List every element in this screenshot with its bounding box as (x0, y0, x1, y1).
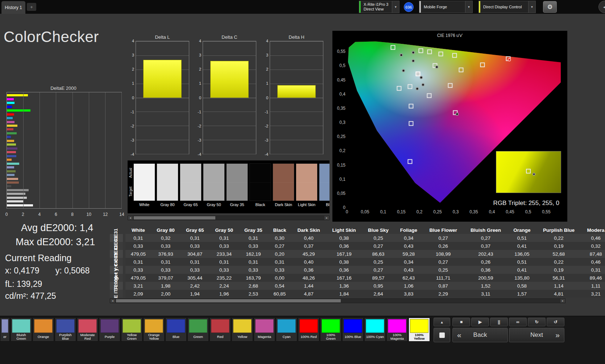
axis-tick-label: 0,05 (333, 191, 345, 196)
cell: 0,31 (581, 266, 605, 274)
patch-100-blue[interactable]: 100% Blue (342, 318, 364, 342)
scroll-left-icon[interactable]: ◄ (110, 299, 115, 303)
cie-target-marker (391, 45, 395, 50)
scroll-up-button[interactable]: ▲ (434, 318, 450, 326)
add-tab-button[interactable]: + (27, 3, 36, 11)
patch-100-magenta[interactable]: 100% Magenta (386, 318, 408, 342)
refresh-button[interactable]: ↻ (528, 318, 546, 326)
cell: 0,34 (394, 258, 423, 266)
meter-line1: Mobile Forge (424, 5, 462, 9)
next-button[interactable]: Next » (509, 328, 564, 342)
chevron-down-icon[interactable]: ▼ (465, 1, 472, 13)
scrollbar-thumb[interactable] (134, 216, 215, 219)
cie-measured-marker (412, 59, 415, 63)
patch-label: 100% Red (299, 333, 318, 341)
patch-100-yellow[interactable]: 100% Yellow (409, 318, 430, 342)
patch-blue[interactable]: Blue (165, 318, 187, 342)
patch-100-cyan[interactable]: 100% Cyan (364, 318, 386, 342)
axis-tick-label: 0,25 (333, 134, 345, 139)
max-de2000: Max dE2000: 3,21 (16, 237, 95, 248)
axis-tick-label: 3 (262, 53, 268, 57)
cell: 0,25 (423, 266, 464, 274)
cell: 0,31 (268, 258, 291, 266)
stop-button[interactable]: ■ (452, 318, 470, 326)
cell: 0,33 (180, 266, 210, 274)
cell: 56,31 (536, 274, 581, 282)
meter-source[interactable]: Mobile Forge ▼ (419, 1, 473, 13)
cell: 0,31 (210, 258, 239, 266)
gridline (23, 92, 24, 208)
patch-yellow-green[interactable]: Yellow Green (121, 318, 142, 342)
continuous-button[interactable]: ∞ (509, 318, 527, 326)
cie-measured-marker (400, 53, 403, 57)
patch-purplish-blue[interactable]: Purplish Blue (55, 318, 76, 342)
de-bar-row (7, 169, 121, 173)
tab-history-1[interactable]: History 1 (1, 1, 25, 14)
scroll-right-icon[interactable]: ► (560, 299, 565, 303)
patch-purple[interactable]: Purple (99, 318, 120, 342)
swatch-scrollbar[interactable]: ◄ ► (128, 216, 330, 220)
axis-tick-label: 0,45 (506, 209, 514, 214)
patch-yellow[interactable]: Yellow (232, 318, 253, 342)
scroll-left-icon[interactable]: ◄ (128, 216, 133, 220)
patch-label: Green (189, 333, 207, 341)
chevron-down-icon[interactable]: ▼ (528, 1, 535, 13)
collapse-panel-button[interactable]: ◀ (598, 1, 605, 13)
reading-badge[interactable]: 696 (404, 2, 414, 12)
patch-er[interactable]: er (0, 318, 10, 342)
history-back-button[interactable]: ↺ (547, 318, 564, 326)
cell: 0,46 (581, 234, 605, 242)
cell: 0,43 (394, 242, 423, 250)
chart-plot (203, 41, 256, 154)
column-header-modera: Modera (581, 226, 605, 234)
next-label: Next (530, 331, 543, 339)
de-bar-row (7, 147, 121, 150)
patch-100-green[interactable]: 100% Green (320, 318, 341, 342)
settings-button[interactable]: ⚙ (543, 1, 557, 13)
patch-magenta[interactable]: Magenta (254, 318, 275, 342)
de-bar-blue-sky (7, 174, 14, 176)
cell: 45,29 (291, 250, 326, 258)
table-scrollbar[interactable]: ◄ ► (110, 298, 565, 303)
scrollbar-thumb[interactable] (116, 299, 341, 302)
de-bar-gray-50 (7, 193, 25, 195)
back-button[interactable]: « Back (452, 328, 508, 342)
patch-red[interactable]: Red (210, 318, 231, 342)
results-table: WhiteGray 80Gray 65Gray 50Gray 35BlackDa… (110, 226, 605, 298)
stop-fill-button[interactable] (434, 328, 450, 342)
patch-green[interactable]: Green (187, 318, 209, 342)
cie-measured-marker (420, 76, 423, 79)
axis-tick-label: 0,35 (333, 106, 345, 111)
cell: 86,63 (362, 250, 395, 258)
patch-moderate-red[interactable]: Moderate Red (77, 318, 98, 342)
gridline (136, 112, 189, 112)
cell: 376,93 (151, 250, 181, 258)
reading-xy: x: 0,4179 y: 0,5068 (5, 266, 90, 276)
scroll-right-icon[interactable]: ► (324, 216, 329, 220)
swatch-strip: Actual Target WhiteGray 80Gray 65Gray 50… (128, 160, 330, 221)
axis-tick-label: 0,5 (525, 209, 531, 214)
cell: 0,37 (291, 242, 326, 250)
cell: 379,07 (151, 274, 181, 282)
chevron-down-icon[interactable]: ▼ (392, 1, 399, 13)
cie-target-marker (452, 53, 457, 58)
cell: 0,33 (125, 266, 151, 274)
axis-tick-label: -2 (195, 124, 201, 128)
de-bar-yellow (7, 125, 17, 127)
cell: 0,22 (536, 234, 581, 242)
patch-orange[interactable]: Orange (33, 318, 54, 342)
meter-instrument[interactable]: X-Rite i1Pro 3 Direct View ▼ (359, 1, 399, 13)
cell: 2,68 (239, 282, 268, 290)
axis-tick-label: 2 (262, 67, 268, 71)
play-button[interactable]: ▶ (471, 318, 489, 326)
patch-orange-yellow[interactable]: Orange Yellow (143, 318, 165, 342)
patch-cyan[interactable]: Cyan (276, 318, 297, 342)
table-row-y-cie31: y: CIE310,330,330,330,330,330,270,370,36… (110, 242, 605, 250)
cell: 0,36 (291, 266, 326, 274)
pause-button[interactable]: || (490, 318, 508, 326)
cell: 235,22 (210, 274, 239, 282)
meter-display[interactable]: Direct Display Control ▼ (478, 1, 536, 13)
patch-bluish-green[interactable]: Bluish Green (11, 318, 32, 342)
table-row-x-cie31: x: CIE310,310,320,310,310,310,300,400,38… (110, 234, 605, 242)
patch-100-red[interactable]: 100% Red (298, 318, 319, 342)
